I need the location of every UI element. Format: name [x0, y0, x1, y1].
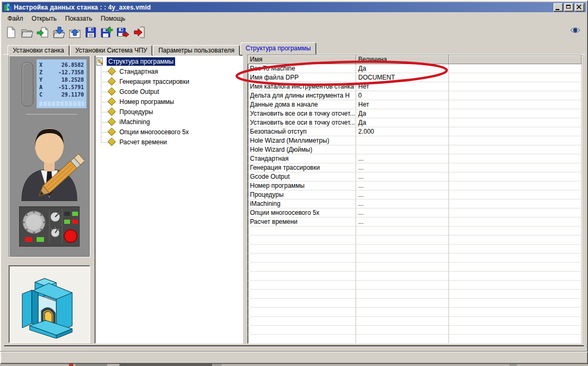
param-name-cell[interactable]: Pos To Machine: [248, 64, 356, 73]
tree-item-label: Стандартная: [119, 68, 158, 75]
maximize-icon[interactable]: [564, 3, 574, 12]
param-name-cell[interactable]: Стандартная: [248, 154, 356, 163]
table-row[interactable]: Данные дома в началеНет: [248, 100, 582, 109]
table-row[interactable]: Дельта для длины инструмента H0: [248, 91, 582, 100]
param-extra-cell: [449, 217, 582, 226]
tab-3[interactable]: Параметры пользователя: [153, 45, 239, 56]
param-value-cell[interactable]: Да: [356, 109, 449, 118]
tab-1[interactable]: Установки станка: [7, 45, 70, 56]
table-row[interactable]: Установить все оси в точку отсчет...Да: [248, 109, 582, 118]
param-extra-cell: [449, 91, 582, 100]
save-new-icon[interactable]: [99, 25, 115, 40]
table-row[interactable]: Gcode Output...: [248, 172, 582, 181]
tree-item-5[interactable]: Процедуры: [96, 107, 241, 117]
param-name-cell[interactable]: Номер программы: [248, 181, 356, 190]
tree-item-1[interactable]: Стандартная: [96, 66, 241, 76]
param-value-cell[interactable]: 2.000: [356, 127, 449, 136]
tree-item-8[interactable]: Расчет времени: [96, 137, 241, 147]
exit-icon[interactable]: [132, 25, 148, 40]
table-row[interactable]: iMachining...: [248, 199, 582, 208]
column-header-value[interactable]: Величина: [356, 55, 449, 64]
param-value-cell[interactable]: ...: [356, 154, 449, 163]
param-value-cell[interactable]: ...: [356, 217, 449, 226]
table-row[interactable]: Стандартная...: [248, 154, 582, 163]
save-icon[interactable]: [83, 25, 99, 40]
param-name-cell[interactable]: Безопасный отступ: [248, 127, 356, 136]
param-value-cell[interactable]: ...: [356, 208, 449, 217]
param-value-cell[interactable]: 0: [356, 91, 449, 100]
param-value-cell[interactable]: Нет: [356, 82, 449, 91]
param-value-cell[interactable]: ...: [356, 199, 449, 208]
table-row[interactable]: Генерация трассировки...: [248, 163, 582, 172]
lcd-segment-strip: [39, 101, 84, 106]
param-name-cell[interactable]: iMachining: [248, 199, 356, 208]
param-name-cell[interactable]: Генерация трассировки: [248, 163, 356, 172]
param-name-cell[interactable]: Опции многоосевого 5x: [248, 208, 356, 217]
title-bar[interactable]: Настройка данных станка : : 4y_axes.vmid: [2, 2, 586, 12]
table-row[interactable]: Установить все оси в точку отсчет...Да: [248, 118, 582, 127]
param-value-cell[interactable]: Да: [356, 118, 449, 127]
tree-root-item[interactable]: Структура программы: [96, 57, 241, 66]
tree-item-6[interactable]: iMachining: [96, 117, 241, 127]
param-value-cell[interactable]: Нет: [356, 100, 449, 109]
param-value-cell[interactable]: ...: [356, 172, 449, 181]
menu-item-4[interactable]: Помощь: [97, 14, 129, 23]
param-extra-cell: [449, 145, 582, 154]
param-value-cell[interactable]: [356, 136, 449, 145]
table-row[interactable]: Hole Wizard (Дюймы): [248, 145, 582, 154]
import-page-icon[interactable]: [35, 25, 51, 40]
table-row[interactable]: Pos To MachineДа: [248, 64, 582, 73]
tree-item-7[interactable]: Опции многоосевого 5x: [96, 127, 241, 137]
param-name-cell[interactable]: Имя каталога инструментов станка: [248, 82, 356, 91]
tab-2[interactable]: Установки Система ЧПУ: [70, 45, 153, 56]
tree-item-3[interactable]: Gcode Output: [96, 86, 241, 97]
param-value-cell[interactable]: [356, 145, 449, 154]
table-row[interactable]: Опции многоосевого 5x...: [248, 208, 582, 217]
param-name-cell[interactable]: Расчет времени: [248, 217, 356, 226]
column-header-extra[interactable]: [449, 55, 582, 64]
new-document-icon[interactable]: [3, 25, 19, 40]
eye-icon[interactable]: [570, 27, 581, 36]
tree-item-4[interactable]: Номер программы: [96, 97, 241, 107]
table-row[interactable]: Hole Wizard (Миллиметры): [248, 136, 582, 145]
table-row[interactable]: Процедуры...: [248, 190, 582, 199]
minimize-icon[interactable]: [554, 3, 563, 12]
save-export-icon[interactable]: [115, 25, 131, 40]
param-name-cell[interactable]: Установить все оси в точку отсчет...: [248, 109, 356, 118]
table-row[interactable]: Имя каталога инструментов станкаНет: [248, 82, 582, 91]
param-name-cell[interactable]: Имя файла DPP: [248, 73, 356, 82]
param-name-cell[interactable]: Hole Wizard (Дюймы): [248, 145, 356, 154]
param-name-cell[interactable]: Процедуры: [248, 190, 356, 199]
dro-side-button[interactable]: [22, 62, 33, 107]
param-value-cell[interactable]: ...: [356, 190, 449, 199]
param-name-cell[interactable]: Дельта для длины инструмента H: [248, 91, 356, 100]
param-name-cell[interactable]: Установить все оси в точку отсчет...: [248, 118, 356, 127]
param-extra-cell: [449, 154, 582, 163]
menu-item-2[interactable]: Открыть: [28, 14, 61, 23]
param-name-cell[interactable]: Hole Wizard (Миллиметры): [248, 136, 356, 145]
table-row[interactable]: Безопасный отступ2.000: [248, 127, 582, 136]
column-header-name[interactable]: Имя: [248, 55, 356, 64]
tab-4[interactable]: Структура программы: [240, 42, 316, 55]
param-value-cell[interactable]: DOCUMENT: [356, 73, 449, 82]
param-value-cell[interactable]: Да: [356, 64, 449, 73]
param-name-cell[interactable]: Gcode Output: [248, 172, 356, 181]
param-value-cell[interactable]: ...: [356, 181, 449, 190]
menu-item-1[interactable]: Файл: [3, 14, 28, 23]
open-into-folder-icon[interactable]: [51, 25, 67, 40]
param-name-cell[interactable]: Данные дома в начале: [248, 100, 356, 109]
close-icon[interactable]: [575, 3, 584, 12]
menu-item-3[interactable]: Показать: [61, 14, 97, 23]
axis-value: 29.1170: [62, 91, 84, 99]
param-extra-cell: [449, 118, 582, 127]
empty-row: [248, 290, 582, 299]
tree-item-2[interactable]: Генерация трассировки: [96, 76, 241, 86]
table-row[interactable]: Номер программы...: [248, 181, 582, 190]
table-row[interactable]: Расчет времени...: [248, 217, 582, 226]
param-value-cell[interactable]: ...: [356, 163, 449, 172]
open-folder-icon[interactable]: [19, 25, 35, 40]
mail-send-icon[interactable]: [67, 25, 83, 40]
operator-avatar: [14, 117, 84, 201]
diamond-icon: [108, 98, 116, 106]
table-row[interactable]: Имя файла DPPDOCUMENT: [248, 73, 582, 82]
